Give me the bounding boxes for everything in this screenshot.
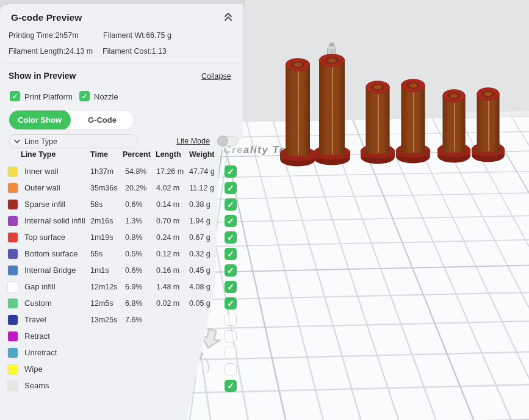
stat-filament-cost: Filament Cost:1.13: [103, 47, 167, 56]
row-weight-value: 0.45 g: [189, 266, 211, 275]
line-type-dropdown[interactable]: Line Type: [9, 134, 138, 148]
row-length-value: 0.12 m: [156, 250, 179, 258]
line-type-color-swatch: [8, 315, 18, 325]
line-type-label: Outer wall: [24, 183, 60, 192]
table-row: Travel13m25s7.6%: [0, 312, 244, 328]
table-row: Wipe: [0, 361, 244, 378]
row-visibility-checkbox[interactable]: [225, 363, 237, 375]
row-length-value: 17.26 m: [156, 167, 184, 176]
line-type-label: Top surface: [24, 233, 65, 242]
row-visibility-checkbox[interactable]: ✓: [225, 165, 237, 178]
table-row: Seams✓: [0, 378, 244, 394]
line-type-color-swatch: [8, 331, 18, 341]
line-type-label: Unretract: [24, 348, 57, 357]
row-time-value: 12m5s: [90, 299, 113, 308]
row-time-value: 12m12s: [90, 283, 117, 291]
row-time-value: 1m1s: [90, 266, 109, 275]
row-percent-value: 7.6%: [125, 316, 143, 324]
print-platform-label: Print Platform: [24, 92, 73, 101]
toggle-knob: [217, 136, 228, 147]
row-visibility-checkbox[interactable]: [225, 314, 237, 326]
lite-mode-label[interactable]: Lite Mode: [176, 137, 210, 145]
row-visibility-checkbox[interactable]: ✓: [225, 198, 237, 211]
lite-mode-toggle[interactable]: [218, 136, 239, 146]
line-type-label: Retract: [24, 331, 50, 341]
col-header-line-type: Line Type: [21, 150, 56, 159]
stat-filament-weight: Filament Wt:66.75 g: [103, 31, 171, 40]
row-visibility-checkbox[interactable]: ✓: [225, 248, 237, 260]
row-percent-value: 0.6%: [125, 266, 143, 275]
page-title: G-code Preview: [11, 12, 82, 23]
row-visibility-checkbox[interactable]: ✓: [225, 231, 237, 244]
row-weight-value: 11.12 g: [189, 184, 214, 192]
row-visibility-checkbox[interactable]: ✓: [225, 297, 237, 310]
view-mode-segmented-control: Color Show G-Code: [9, 110, 134, 130]
color-show-button[interactable]: Color Show: [9, 110, 71, 130]
row-visibility-checkbox[interactable]: ✓: [225, 281, 237, 293]
table-row: Unretract: [0, 345, 244, 361]
table-row: Sparse infill58s0.6%0.14 m0.38 g✓: [0, 197, 244, 213]
row-length-value: 4.02 m: [156, 184, 179, 192]
table-row: Internal Bridge1m1s0.6%0.16 m0.45 g✓: [0, 262, 244, 279]
line-type-color-swatch: [8, 381, 18, 391]
line-type-color-swatch: [8, 299, 18, 308]
row-weight-value: 0.38 g: [189, 200, 211, 209]
collapse-panel-icon[interactable]: [223, 12, 233, 22]
table-row: Top surface1m19s0.8%0.24 m0.67 g✓: [0, 230, 244, 246]
line-type-label: Bottom surface: [24, 249, 77, 258]
stat-filament-length: Filament Length:24.13 m: [9, 47, 93, 56]
line-type-color-swatch: [8, 200, 18, 209]
row-time-value: 58s: [90, 200, 103, 209]
line-type-label: Custom: [24, 299, 52, 308]
line-type-color-swatch: [8, 167, 18, 176]
row-visibility-checkbox[interactable]: [225, 347, 237, 359]
nozzle-label: Nozzle: [94, 92, 118, 101]
row-visibility-checkbox[interactable]: ✓: [225, 182, 237, 194]
row-percent-value: 6.8%: [125, 299, 143, 308]
line-type-label: Internal Bridge: [24, 266, 76, 275]
collapse-link[interactable]: Collapse: [201, 72, 231, 81]
row-length-value: 0.16 m: [156, 266, 179, 275]
row-weight-value: 0.05 g: [189, 299, 211, 308]
row-time-value: 35m36s: [90, 184, 117, 192]
print-platform-checkbox[interactable]: ✓: [10, 91, 20, 101]
row-visibility-checkbox[interactable]: ✓: [225, 380, 237, 392]
col-header-time: Time: [90, 150, 108, 159]
section-divider: [3, 63, 242, 63]
line-type-color-swatch: [8, 348, 18, 358]
row-percent-value: 6.9%: [125, 283, 143, 291]
table-row: Outer wall35m36s20.2%4.02 m11.12 g✓: [0, 180, 244, 197]
row-percent-value: 0.6%: [125, 200, 143, 209]
row-time-value: 1h37m: [90, 167, 113, 176]
line-type-color-swatch: [8, 364, 18, 374]
row-visibility-checkbox[interactable]: [225, 330, 237, 342]
row-visibility-checkbox[interactable]: ✓: [225, 215, 237, 227]
nozzle-checkbox[interactable]: ✓: [79, 91, 90, 101]
line-type-color-swatch: [8, 216, 18, 226]
row-length-value: 0.02 m: [156, 299, 179, 308]
row-percent-value: 1.3%: [125, 217, 143, 225]
table-row: Bottom surface55s0.5%0.12 m0.32 g✓: [0, 246, 244, 262]
row-length-value: 0.24 m: [156, 233, 179, 242]
row-time-value: 55s: [90, 250, 103, 258]
col-header-percent: Percent: [123, 150, 151, 159]
row-percent-value: 0.8%: [125, 233, 143, 242]
row-length-value: 0.14 m: [156, 200, 179, 209]
line-type-label: Seams: [24, 381, 49, 390]
row-time-value: 2m16s: [90, 217, 113, 225]
line-type-color-swatch: [8, 233, 18, 242]
row-percent-value: 54.8%: [125, 167, 146, 176]
line-type-color-swatch: [8, 183, 18, 193]
gcode-button[interactable]: G-Code: [71, 110, 134, 129]
table-row: Inner wall1h37m54.8%17.26 m47.74 g✓: [0, 164, 244, 180]
show-in-preview-heading: Show in Preview: [9, 71, 76, 81]
gcode-preview-panel-content: G-code Preview Printing Time:2h57m Filam…: [0, 0, 529, 420]
row-weight-value: 1.94 g: [189, 217, 211, 225]
table-row: Internal solid infill2m16s1.3%0.70 m1.94…: [0, 213, 244, 230]
line-type-color-swatch: [8, 282, 18, 292]
row-visibility-checkbox[interactable]: ✓: [225, 264, 237, 277]
table-row: Retract: [0, 328, 244, 345]
line-type-label: Sparse infill: [24, 200, 65, 209]
line-type-color-swatch: [8, 249, 18, 259]
row-weight-value: 0.32 g: [189, 250, 211, 258]
